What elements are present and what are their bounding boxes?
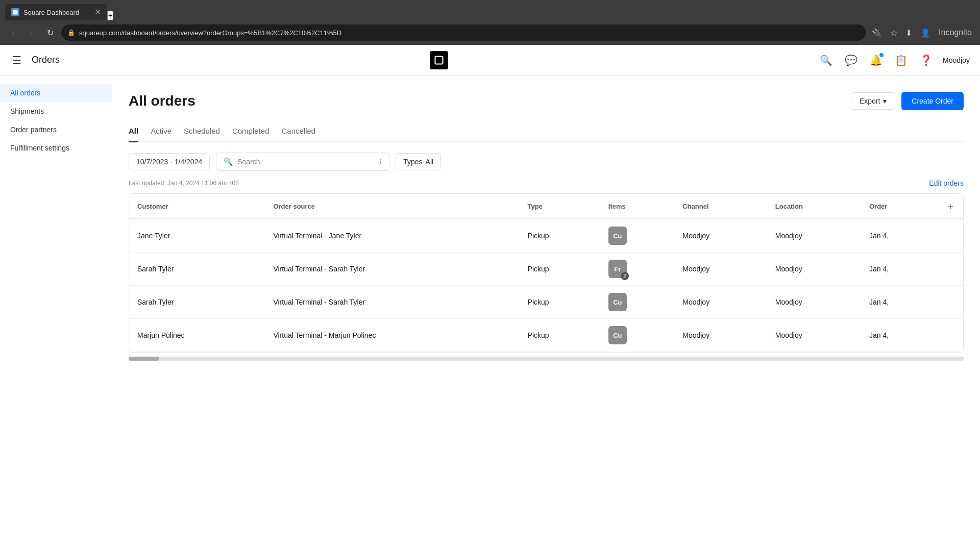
menu-button[interactable]: ☰ xyxy=(10,52,23,68)
filters: 10/7/2023 - 1/4/2024 🔍 ℹ Types All xyxy=(129,153,964,171)
main-content: All orders Export ▾ Create Order All Act… xyxy=(112,76,980,551)
top-bar-actions: 🔍 💬 🔔 📋 ❓ Moodjoy xyxy=(818,52,970,68)
page-title: All orders xyxy=(129,93,195,109)
search-input[interactable] xyxy=(237,158,375,166)
notification-dot xyxy=(879,53,884,57)
avatar: Cu xyxy=(608,326,627,344)
search-filter[interactable]: 🔍 ℹ xyxy=(216,153,389,171)
url-text: squareup.com/dashboard/orders/overview?o… xyxy=(79,29,341,37)
main-layout: All orders Shipments Order partners Fulf… xyxy=(0,76,980,551)
table-row[interactable]: Sarah Tyler Virtual Terminal - Sarah Tyl… xyxy=(129,253,963,286)
tab-completed[interactable]: Completed xyxy=(232,122,270,142)
browser-chrome: Square Dashboard ✕ + ‹ › ↻ 🔒 squareup.co… xyxy=(0,0,980,45)
avatar-wrapper: Fr2 xyxy=(608,260,627,278)
col-header-channel: Channel xyxy=(674,194,767,219)
cell-order-source: Virtual Terminal - Sarah Tyler xyxy=(265,253,519,286)
address-bar[interactable]: 🔒 squareup.com/dashboard/orders/overview… xyxy=(61,24,866,41)
avatar: Cu xyxy=(608,293,627,311)
cell-channel: Moodjoy xyxy=(674,219,767,253)
cell-items: Cu xyxy=(600,286,674,319)
cell-order-source: Virtual Terminal - Jane Tyler xyxy=(265,219,519,253)
info-icon[interactable]: ℹ xyxy=(379,158,382,166)
extension-icon[interactable]: 🔌 xyxy=(870,26,884,40)
reload-button[interactable]: ↻ xyxy=(43,26,57,40)
scrollbar-thumb[interactable] xyxy=(129,357,159,361)
cell-items: Cu xyxy=(600,219,674,253)
add-column-button[interactable]: ＋ xyxy=(946,200,955,212)
edit-orders-link[interactable]: Edit orders xyxy=(929,179,964,187)
orders-table: Customer Order source Type Items Channel… xyxy=(129,194,963,352)
sidebar: All orders Shipments Order partners Fulf… xyxy=(0,76,112,551)
sidebar-item-shipments[interactable]: Shipments xyxy=(0,102,112,120)
svg-rect-1 xyxy=(435,56,443,64)
tab-all[interactable]: All xyxy=(129,122,138,142)
chat-icon-button[interactable]: 💬 xyxy=(843,52,860,68)
orders-table-container[interactable]: Customer Order source Type Items Channel… xyxy=(129,193,964,353)
header-actions: Export ▾ Create Order xyxy=(851,92,964,110)
table-row[interactable]: Marjun Polinec Virtual Terminal - Marjun… xyxy=(129,319,963,352)
table-row[interactable]: Jane Tyler Virtual Terminal - Jane Tyler… xyxy=(129,219,963,253)
horizontal-scrollbar[interactable] xyxy=(129,357,964,361)
cell-order-date: Jan 4, xyxy=(861,286,938,319)
cell-type: Pickup xyxy=(520,219,600,253)
cell-type: Pickup xyxy=(520,319,600,352)
cell-location: Moodjoy xyxy=(767,319,861,352)
tab-cancelled[interactable]: Cancelled xyxy=(281,122,315,142)
cell-location: Moodjoy xyxy=(767,253,861,286)
type-filter[interactable]: Types All xyxy=(396,153,441,170)
table-row[interactable]: Sarah Tyler Virtual Terminal - Sarah Tyl… xyxy=(129,286,963,319)
avatar-wrapper: Cu xyxy=(608,293,627,311)
cell-order-source: Virtual Terminal - Marjun Polinec xyxy=(265,319,519,352)
sidebar-item-all-orders[interactable]: All orders xyxy=(0,84,112,102)
col-header-add[interactable]: ＋ xyxy=(938,194,963,219)
tab-active[interactable]: Active xyxy=(151,122,172,142)
col-header-type: Type xyxy=(520,194,600,219)
tab-scheduled[interactable]: Scheduled xyxy=(184,122,220,142)
cell-customer: Jane Tyler xyxy=(129,219,265,253)
browser-tabs: Square Dashboard ✕ + xyxy=(0,0,980,20)
cell-extra xyxy=(938,219,963,253)
tab-close-button[interactable]: ✕ xyxy=(94,8,101,16)
forward-button[interactable]: › xyxy=(24,26,39,40)
export-button[interactable]: Export ▾ xyxy=(851,92,895,110)
cell-channel: Moodjoy xyxy=(674,319,767,352)
date-range-filter[interactable]: 10/7/2023 - 1/4/2024 xyxy=(129,153,210,170)
chevron-down-icon: ▾ xyxy=(883,97,887,105)
search-icon: 🔍 xyxy=(224,157,233,166)
cell-customer: Sarah Tyler xyxy=(129,286,265,319)
search-icon-button[interactable]: 🔍 xyxy=(818,52,835,68)
cell-order-date: Jan 4, xyxy=(861,253,938,286)
help-icon-button[interactable]: ❓ xyxy=(918,52,935,68)
cell-customer: Marjun Polinec xyxy=(129,319,265,352)
notifications-icon-button[interactable]: 🔔 xyxy=(868,52,885,68)
profile-icon[interactable]: 👤 xyxy=(918,26,933,40)
cell-extra xyxy=(938,286,963,319)
back-button[interactable]: ‹ xyxy=(6,26,20,40)
lock-icon: 🔒 xyxy=(67,29,75,36)
create-order-button[interactable]: Create Order xyxy=(901,92,964,110)
bookmark-icon[interactable]: ☆ xyxy=(888,26,899,40)
browser-tab-active[interactable]: Square Dashboard ✕ xyxy=(5,4,107,20)
types-label: Types xyxy=(403,158,422,166)
download-icon[interactable]: ⬇ xyxy=(903,26,914,40)
items-badge: 2 xyxy=(621,272,629,280)
reports-icon-button[interactable]: 📋 xyxy=(893,52,910,68)
cell-extra xyxy=(938,319,963,352)
user-name[interactable]: Moodjoy xyxy=(943,56,970,64)
cell-type: Pickup xyxy=(520,286,600,319)
app: ☰ Orders 🔍 💬 🔔 📋 ❓ Moodjoy All orders xyxy=(0,45,980,551)
sidebar-item-order-partners[interactable]: Order partners xyxy=(0,120,112,139)
cell-channel: Moodjoy xyxy=(674,253,767,286)
app-title: Orders xyxy=(32,55,60,65)
new-tab-button[interactable]: + xyxy=(107,11,113,20)
cell-order-date: Jan 4, xyxy=(861,219,938,253)
table-header-row: Customer Order source Type Items Channel… xyxy=(129,194,963,219)
sidebar-item-fulfillment-settings[interactable]: Fulfillment settings xyxy=(0,139,112,157)
browser-nav: ‹ › ↻ 🔒 squareup.com/dashboard/orders/ov… xyxy=(0,20,980,45)
page-header: All orders Export ▾ Create Order xyxy=(129,92,964,110)
avatar: Cu xyxy=(608,227,627,245)
avatar-wrapper: Cu xyxy=(608,227,627,245)
cell-customer: Sarah Tyler xyxy=(129,253,265,286)
tabs: All Active Scheduled Completed Cancelled xyxy=(129,122,964,142)
svg-rect-0 xyxy=(13,10,18,15)
